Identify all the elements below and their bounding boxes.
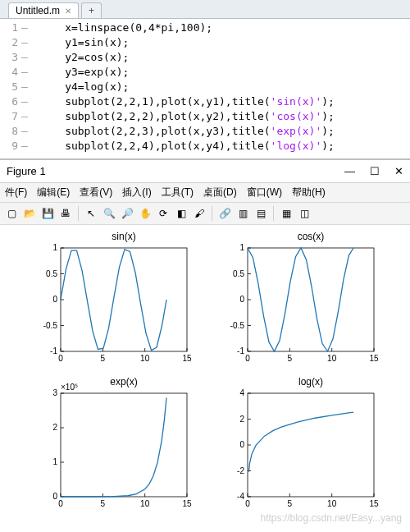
layout-icon[interactable]: ◫ [296, 205, 312, 222]
code-line: 6– subplot(2,2,1),plot(x,y1),title('sin(… [0, 94, 410, 109]
subplot-sin: sin(x)051015-1-0.500.51 [30, 230, 194, 372]
svg-text:5: 5 [101, 499, 106, 508]
svg-text:10: 10 [140, 499, 150, 508]
arrow-icon[interactable]: ↖ [83, 205, 99, 222]
zoom-out-icon[interactable]: 🔎 [119, 205, 135, 222]
tab-label: Untitled.m [16, 5, 60, 16]
toolbar-separator [273, 206, 274, 221]
close-window-icon[interactable]: ✕ [394, 165, 403, 177]
subplot-cos: cos(x)051015-1-0.500.51 [216, 230, 380, 372]
menu-item[interactable]: 帮助(H) [292, 186, 326, 200]
datatip-icon[interactable]: ◧ [173, 205, 189, 222]
svg-text:0: 0 [52, 492, 57, 501]
colorbar-icon[interactable]: ▥ [235, 205, 251, 222]
code-line: 1– x=linspace(0,4*pi,100); [0, 21, 410, 35]
code-line: 3– y2=cos(x); [0, 50, 410, 65]
svg-text:log(x): log(x) [298, 376, 323, 388]
code-line: 4– y3=exp(x); [0, 65, 410, 80]
svg-text:-0.5: -0.5 [230, 321, 245, 330]
new-icon[interactable]: ▢ [3, 205, 20, 222]
svg-text:5: 5 [101, 354, 106, 363]
link-icon[interactable]: 🔗 [216, 205, 233, 222]
code-line: 7– subplot(2,2,2),plot(x,y2),title('cos(… [0, 109, 410, 124]
menu-item[interactable]: 桌面(D) [203, 186, 237, 200]
subplot-log: log(x)051015-4-2024 [216, 375, 380, 517]
svg-text:4: 4 [239, 388, 244, 397]
figure-canvas: sin(x)051015-1-0.500.51 cos(x)051015-1-0… [0, 225, 410, 529]
svg-text:0: 0 [245, 499, 250, 508]
figure-titlebar: Figure 1 — ☐ ✕ [0, 158, 410, 183]
svg-text:0: 0 [58, 354, 63, 363]
svg-text:2: 2 [52, 423, 57, 432]
svg-text:10: 10 [140, 354, 150, 363]
svg-text:×10⁵: ×10⁵ [61, 383, 78, 392]
rotate3d-icon[interactable]: ⟳ [155, 205, 171, 222]
svg-rect-60 [248, 393, 374, 497]
menu-item[interactable]: 编辑(E) [37, 186, 70, 200]
svg-text:-2: -2 [237, 466, 244, 475]
code-editor[interactable]: 1– x=linspace(0,4*pi,100);2– y1=sin(x);3… [0, 19, 410, 158]
code-line: 9– subplot(2,2,4),plot(x,y4),title('log(… [0, 139, 410, 154]
editor-tab-bar: Untitled.m ✕ + [0, 0, 410, 19]
svg-rect-42 [61, 393, 187, 497]
zoom-in-icon[interactable]: 🔍 [101, 205, 117, 222]
new-tab-button[interactable]: + [81, 2, 102, 18]
svg-text:3: 3 [52, 388, 57, 397]
toolbar-separator [212, 206, 212, 221]
svg-text:5: 5 [288, 499, 293, 508]
open-icon[interactable]: 📂 [21, 205, 38, 222]
svg-text:-1: -1 [237, 346, 244, 355]
print-icon[interactable]: 🖶 [57, 205, 74, 222]
code-line: 5– y4=log(x); [0, 80, 410, 94]
svg-text:-1: -1 [50, 346, 57, 355]
code-line: 2– y1=sin(x); [0, 35, 410, 50]
save-icon[interactable]: 💾 [39, 205, 56, 222]
svg-text:1: 1 [52, 243, 57, 252]
menu-item[interactable]: 查看(V) [80, 186, 112, 200]
svg-text:10: 10 [327, 499, 337, 508]
menu-item[interactable]: 件(F) [5, 186, 27, 200]
svg-text:1: 1 [52, 457, 57, 466]
legend-icon[interactable]: ▤ [253, 205, 269, 222]
svg-text:0.5: 0.5 [46, 269, 57, 278]
figure-menubar: 件(F)编辑(E)查看(V)插入(I)工具(T)桌面(D)窗口(W)帮助(H) [0, 183, 410, 203]
code-line: 8– subplot(2,2,3),plot(x,y3),title('exp(… [0, 124, 410, 139]
svg-text:10: 10 [327, 354, 337, 363]
pan-icon[interactable]: ✋ [137, 205, 153, 222]
toolbar-separator [78, 206, 79, 221]
figure-title: Figure 1 [7, 165, 46, 177]
figure-toolbar: ▢📂💾🖶↖🔍🔎✋⟳◧🖌🔗▥▤▦◫ [0, 203, 410, 225]
svg-text:-0.5: -0.5 [43, 321, 58, 330]
svg-text:2: 2 [239, 415, 244, 424]
svg-text:0: 0 [58, 499, 63, 508]
svg-text:0: 0 [52, 295, 57, 304]
editor-tab-untitled[interactable]: Untitled.m ✕ [8, 2, 79, 18]
svg-text:exp(x): exp(x) [110, 376, 137, 388]
svg-text:0: 0 [245, 354, 250, 363]
close-icon[interactable]: ✕ [65, 7, 71, 16]
svg-text:sin(x): sin(x) [112, 231, 135, 242]
svg-text:5: 5 [288, 354, 293, 363]
svg-text:0.5: 0.5 [233, 269, 244, 278]
svg-rect-21 [248, 248, 374, 351]
svg-text:-4: -4 [237, 492, 244, 501]
maximize-icon[interactable]: ☐ [370, 165, 380, 177]
svg-text:0: 0 [239, 440, 244, 449]
minimize-icon[interactable]: — [344, 165, 355, 177]
menu-item[interactable]: 窗口(W) [247, 186, 282, 200]
menu-item[interactable]: 插入(I) [122, 186, 151, 200]
svg-text:15: 15 [369, 354, 379, 363]
svg-text:0: 0 [239, 295, 244, 304]
menu-item[interactable]: 工具(T) [162, 186, 194, 200]
svg-text:cos(x): cos(x) [298, 231, 325, 242]
brush-icon[interactable]: 🖌 [191, 205, 207, 222]
grid-icon[interactable]: ▦ [278, 205, 294, 222]
subplot-exp: exp(x)×10⁵0510150123 [30, 375, 194, 517]
svg-text:1: 1 [239, 243, 244, 252]
svg-text:15: 15 [182, 499, 192, 508]
svg-text:15: 15 [182, 354, 192, 363]
svg-text:15: 15 [369, 499, 379, 508]
